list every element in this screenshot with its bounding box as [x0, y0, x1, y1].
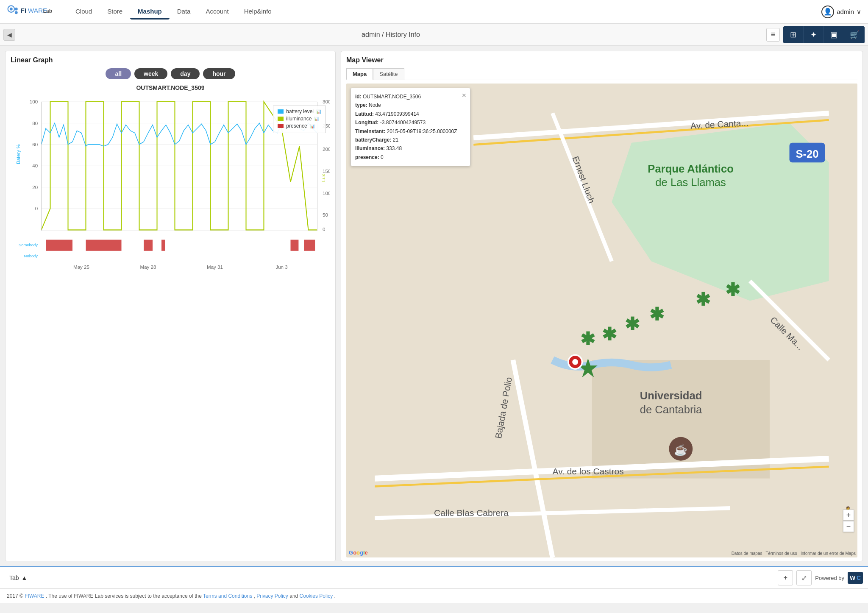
expand-button[interactable]: ⤢	[796, 570, 812, 585]
svg-text:300: 300	[323, 99, 330, 104]
toolbar-btn-4[interactable]: 🛒	[844, 26, 865, 43]
legend-battery-icon: 📊	[316, 109, 321, 114]
info-timeinstant: TimeInstant: 2015-05-09T19:36:25.000000Z	[355, 127, 457, 136]
info-longitud: Longitud: -3.80744004249573	[355, 118, 457, 127]
nav-cloud[interactable]: Cloud	[68, 4, 100, 20]
info-latitud: Latitud: 43.4719009399414	[355, 110, 457, 118]
footer-copyright: 2017 ©	[7, 593, 25, 599]
user-icon: 👤	[821, 6, 834, 18]
svg-text:Calle Blas Cabrera: Calle Blas Cabrera	[434, 508, 509, 518]
footer-cookies-link[interactable]: Cookies Policy	[300, 593, 333, 599]
svg-text:80: 80	[32, 121, 38, 126]
svg-text:100: 100	[30, 99, 38, 104]
svg-text:Batery %: Batery %	[16, 144, 21, 164]
toolbar-btn-3[interactable]: ▣	[824, 26, 844, 43]
legend-presence-color	[278, 124, 284, 128]
svg-rect-32	[86, 240, 122, 251]
svg-text:de Las Llamas: de Las Llamas	[655, 176, 726, 188]
svg-rect-34	[161, 240, 165, 251]
toolbar-btn-2[interactable]: ✦	[804, 26, 824, 43]
svg-rect-35	[291, 240, 299, 251]
tab-arrow-icon: ▲	[22, 574, 28, 581]
breadcrumb-bar: ◀ admin / History Info ≡ ⊞ ✦ ▣ 🛒	[0, 24, 868, 46]
svg-text:✱: ✱	[696, 290, 710, 309]
map-viewer-title: Map Viewer	[346, 56, 857, 64]
footer-terms-link[interactable]: Terms and Conditions	[203, 593, 252, 599]
nav-helpinfo[interactable]: Help&info	[236, 4, 279, 20]
map-link-terminos[interactable]: Términos de uso	[765, 551, 797, 556]
legend-battery-color	[278, 109, 284, 114]
svg-text:May 28: May 28	[140, 265, 156, 270]
svg-text:C: C	[857, 574, 861, 581]
legend-illuminance-color	[278, 117, 284, 121]
map-link-datos[interactable]: Datos de mapas	[732, 551, 762, 556]
back-button[interactable]: ◀	[3, 29, 15, 41]
tab-mapa[interactable]: Mapa	[346, 68, 373, 80]
svg-text:de Cantabria: de Cantabria	[640, 404, 702, 415]
footer-text4: .	[334, 593, 336, 599]
footer-text1: . The use of FIWARE Lab services is subj…	[46, 593, 203, 599]
nav-right: 👤 admin ∨	[821, 6, 861, 18]
main-content: Linear Graph all week day hour OUTSMART.…	[0, 46, 868, 566]
info-illuminance: illuminance: 333.48	[355, 144, 457, 153]
nav-store[interactable]: Store	[100, 4, 130, 20]
wc-logo: W C	[848, 572, 863, 584]
footer-text3: and	[289, 593, 299, 599]
tab-satelite[interactable]: Satélite	[373, 68, 404, 80]
info-batterycharge: batteryCharge: 21	[355, 136, 457, 144]
svg-point-1	[10, 7, 13, 10]
legend-illuminance: illuminance 📊	[278, 116, 321, 122]
time-btn-hour[interactable]: hour	[203, 68, 235, 79]
svg-text:20: 20	[32, 185, 38, 190]
zoom-controls: + −	[843, 510, 854, 532]
time-btn-all[interactable]: all	[106, 68, 131, 79]
svg-text:✱: ✱	[625, 314, 640, 334]
legend-battery-label: battery level	[286, 109, 314, 114]
info-presence: presence: 0	[355, 153, 457, 162]
nav-data[interactable]: Data	[170, 4, 198, 20]
svg-text:0: 0	[35, 206, 38, 211]
chart-title: OUTSMART.NODE_3509	[11, 84, 330, 91]
bottom-tab-bar: Tab ▲ + ⤢ Powered by W C	[0, 566, 868, 588]
nav-mashup[interactable]: Mashup	[130, 4, 170, 20]
toolbar-btn-1[interactable]: ⊞	[783, 26, 804, 43]
svg-text:Somebody: Somebody	[19, 242, 38, 247]
google-logo: Google	[349, 549, 368, 556]
footer-privacy-link[interactable]: Privacy Policy	[256, 593, 288, 599]
user-menu[interactable]: 👤 admin ∨	[821, 6, 861, 18]
breadcrumb-title: admin / History Info	[19, 31, 763, 39]
legend-presence: presence 📊	[278, 123, 321, 129]
nav-account[interactable]: Account	[198, 4, 236, 20]
legend-presence-icon: 📊	[310, 124, 315, 128]
svg-text:150: 150	[323, 169, 330, 174]
svg-text:40: 40	[32, 163, 38, 168]
map-link-informar[interactable]: Informar de un error de Maps	[801, 551, 856, 556]
breadcrumb-menu-button[interactable]: ≡	[766, 28, 780, 42]
svg-point-2	[15, 7, 18, 10]
zoom-out-button[interactable]: −	[843, 521, 854, 532]
svg-text:May 25: May 25	[73, 265, 89, 270]
map-container[interactable]: S-20 Av. de Canta... Ernest Lluch Bajada…	[346, 84, 857, 557]
svg-text:✱: ✱	[725, 280, 740, 300]
time-buttons: all week day hour	[11, 68, 330, 79]
map-viewer-panel: Map Viewer Mapa Satélite	[341, 51, 863, 561]
zoom-in-button[interactable]: +	[843, 510, 854, 521]
add-tab-button[interactable]: +	[778, 570, 793, 585]
legend-battery: battery level 📊	[278, 109, 321, 114]
time-btn-day[interactable]: day	[171, 68, 200, 79]
svg-text:✱: ✱	[602, 324, 617, 344]
user-dropdown-icon: ∨	[857, 8, 861, 16]
info-popup-close[interactable]: ✕	[462, 91, 467, 101]
time-btn-week[interactable]: week	[134, 68, 167, 79]
page-footer: 2017 © FIWARE . The use of FIWARE Lab se…	[0, 588, 868, 603]
chart-legend: battery level 📊 illuminance 📊 presence 📊	[273, 106, 326, 133]
svg-text:Parque Atlántico: Parque Atlántico	[648, 163, 734, 175]
footer-fiware-link[interactable]: FIWARE	[25, 593, 44, 599]
info-popup: ✕ id: OUTSMART.NODE_3506 type: Node Lati…	[351, 88, 470, 166]
svg-text:60: 60	[32, 142, 38, 147]
tab-label-text: Tab	[9, 574, 19, 581]
tab-label[interactable]: Tab ▲	[5, 573, 31, 583]
chart-area: 100 80 60 40 20 0 300 250 200 150 100 50…	[11, 93, 330, 271]
legend-presence-label: presence	[286, 123, 307, 129]
svg-text:Av. de los Castros: Av. de los Castros	[553, 466, 624, 476]
